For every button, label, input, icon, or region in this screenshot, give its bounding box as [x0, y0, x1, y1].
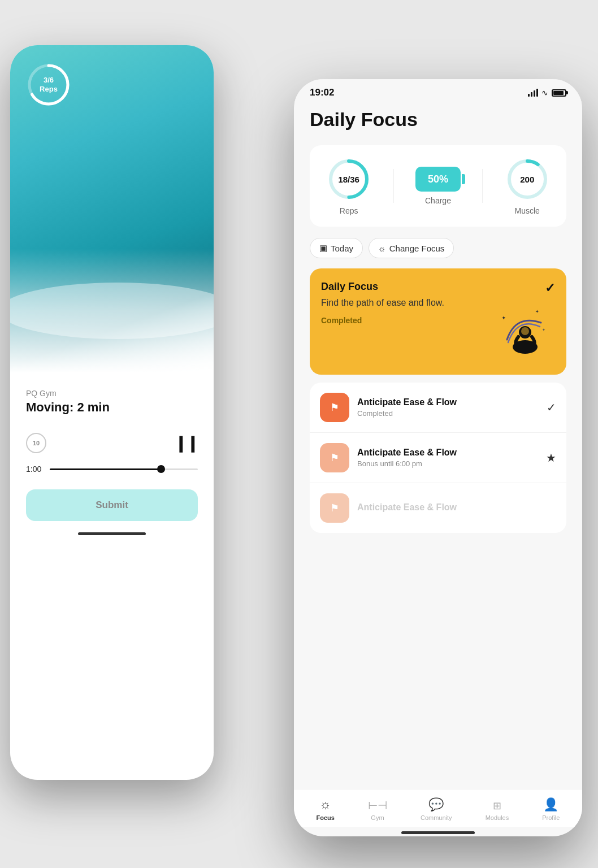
reps-text-back: 3/6 Reps [26, 62, 71, 107]
pause-button[interactable]: ❙❙ [174, 434, 198, 453]
home-indicator-back [78, 532, 146, 535]
activity-name-1: Anticipate Ease & Flow [357, 397, 539, 407]
focus-card-title: Daily Focus [321, 281, 493, 293]
reps-circle: 18/36 [326, 157, 371, 202]
stat-reps: 18/36 Reps [326, 157, 371, 215]
seek-row: 1:00 [26, 465, 198, 474]
stat-muscle: 200 Muscle [505, 157, 550, 215]
completed-check: ✓ [545, 281, 555, 296]
reps-label: Reps [340, 206, 358, 215]
svg-point-11 [521, 327, 529, 335]
moving-label: Moving: 2 min [26, 400, 198, 415]
focus-card-desc: Find the path of ease and flow. [321, 297, 493, 309]
change-focus-button[interactable]: ☼ Change Focus [369, 238, 454, 258]
seek-time: 1:00 [26, 465, 44, 474]
wave-shape [10, 283, 214, 339]
flag-icon-3: ⚑ [330, 502, 339, 514]
svg-text:✦: ✦ [542, 328, 545, 332]
activity-icon-1: ⚑ [320, 393, 349, 422]
focus-card-right: ✓ ✦ ✦ ✦ [493, 281, 555, 362]
svg-text:✦: ✦ [535, 309, 539, 314]
charge-badge: 50% [415, 167, 461, 192]
gym-icon: ⊢⊣ [368, 798, 387, 812]
controls-row: 10 ❙❙ [26, 433, 198, 453]
ocean-background: 3/6 Reps [10, 45, 214, 373]
activity-text-2: Anticipate Ease & Flow Bonus until 6:00 … [357, 448, 538, 468]
flag-icon-1: ⚑ [330, 401, 339, 414]
nav-modules[interactable]: ⊞ Modules [480, 797, 515, 823]
filter-row: ▣ Today ☼ Change Focus [310, 238, 566, 258]
svg-text:✦: ✦ [501, 315, 506, 321]
profile-icon: 👤 [543, 797, 558, 812]
activity-sub-1: Completed [357, 409, 539, 418]
focus-icon: ☼ [320, 797, 331, 812]
page-title: Daily Focus [310, 108, 566, 131]
activity-item-2[interactable]: ⚑ Anticipate Ease & Flow Bonus until 6:0… [310, 433, 566, 483]
seek-thumb [157, 465, 165, 473]
stat-divider-2 [482, 169, 483, 203]
muscle-label: Muscle [515, 206, 540, 215]
activity-list: ⚑ Anticipate Ease & Flow Completed ✓ ⚑ A… [310, 383, 566, 533]
nav-gym-label: Gym [371, 814, 384, 821]
seek-fill [50, 468, 161, 470]
focus-card[interactable]: Daily Focus Find the path of ease and fl… [310, 268, 566, 375]
bottom-nav: ☼ Focus ⊢⊣ Gym 💬 Community ⊞ Modules 👤 P… [294, 789, 582, 827]
status-time: 19:02 [310, 87, 334, 98]
submit-button[interactable]: Submit [26, 489, 198, 521]
focus-card-left: Daily Focus Find the path of ease and fl… [321, 281, 493, 325]
reps-value: 18/36 [338, 175, 359, 184]
focus-card-status: Completed [321, 316, 493, 325]
timer-icon[interactable]: 10 [26, 433, 46, 453]
activity-text-3: Anticipate Ease & Flow [357, 502, 556, 514]
front-phone: 19:02 ∿ Daily Focus [294, 79, 582, 836]
main-content: Daily Focus 18/36 Reps 50% [294, 103, 582, 789]
activity-name-2: Anticipate Ease & Flow [357, 448, 538, 458]
status-icons: ∿ [528, 88, 566, 97]
stat-divider-1 [393, 169, 394, 203]
nav-focus-label: Focus [317, 814, 335, 821]
activity-action-2: ★ [546, 451, 556, 465]
today-button[interactable]: ▣ Today [310, 238, 363, 258]
seek-bar[interactable] [50, 468, 198, 470]
activity-sub-2: Bonus until 6:00 pm [357, 459, 538, 468]
stats-row: 18/36 Reps 50% Charge [310, 145, 566, 227]
muscle-value: 200 [520, 175, 534, 184]
status-bar: 19:02 ∿ [294, 79, 582, 103]
activity-icon-3: ⚑ [320, 493, 349, 523]
gym-label: PQ Gym [26, 389, 198, 398]
nav-community-label: Community [421, 814, 452, 821]
modules-icon: ⊞ [493, 800, 501, 812]
nav-community[interactable]: 💬 Community [415, 795, 458, 823]
stat-charge: 50% Charge [415, 167, 461, 205]
flag-icon-2: ⚑ [330, 452, 339, 464]
activity-icon-2: ⚑ [320, 443, 349, 472]
nav-profile-label: Profile [542, 814, 560, 821]
charge-label: Charge [425, 196, 451, 205]
nav-gym[interactable]: ⊢⊣ Gym [362, 796, 393, 823]
meditation-illustration: ✦ ✦ ✦ [493, 300, 555, 362]
wifi-icon: ∿ [541, 88, 548, 97]
sun-icon: ☼ [378, 244, 386, 253]
back-phone: 3/6 Reps PQ Gym Moving: 2 min 10 ❙❙ 1:00… [10, 45, 214, 780]
activity-text-1: Anticipate Ease & Flow Completed [357, 397, 539, 418]
muscle-circle: 200 [505, 157, 550, 202]
battery-fill [553, 91, 564, 95]
community-icon: 💬 [428, 797, 444, 812]
activity-item-1[interactable]: ⚑ Anticipate Ease & Flow Completed ✓ [310, 383, 566, 433]
nav-focus[interactable]: ☼ Focus [311, 795, 340, 823]
activity-action-1: ✓ [547, 401, 556, 414]
calendar-icon: ▣ [319, 243, 327, 253]
nav-profile[interactable]: 👤 Profile [536, 795, 565, 823]
nav-modules-label: Modules [486, 814, 509, 821]
activity-item-3[interactable]: ⚑ Anticipate Ease & Flow [310, 483, 566, 533]
home-indicator [401, 831, 475, 834]
battery-icon [552, 89, 566, 97]
back-phone-bottom: PQ Gym Moving: 2 min 10 ❙❙ 1:00 Submit [10, 373, 214, 535]
activity-name-3: Anticipate Ease & Flow [357, 502, 556, 513]
signal-icon [528, 89, 538, 97]
